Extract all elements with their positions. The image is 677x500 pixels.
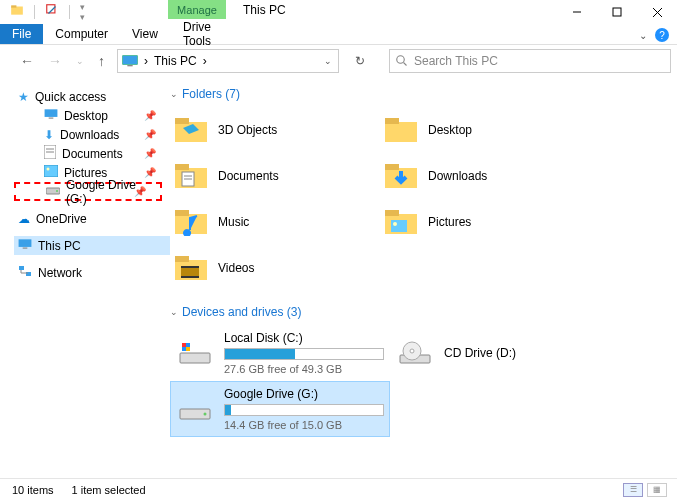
- refresh-button[interactable]: ↻: [349, 49, 371, 73]
- help-icon[interactable]: ?: [655, 28, 669, 42]
- qat-dropdown-icon[interactable]: ▾▾: [80, 2, 85, 22]
- sidebar-item-label: Documents: [62, 147, 123, 161]
- svg-point-9: [397, 56, 405, 64]
- drive-local-c[interactable]: Local Disk (C:) 27.6 GB free of 49.3 GB: [170, 325, 390, 381]
- drive-free-text: 27.6 GB free of 49.3 GB: [224, 363, 384, 375]
- folder-pictures[interactable]: Pictures: [380, 199, 590, 245]
- cd-icon: [398, 336, 432, 370]
- status-selected: 1 item selected: [72, 484, 146, 496]
- svg-rect-21: [23, 248, 28, 249]
- disk-icon: [178, 336, 212, 370]
- folder-label: Videos: [218, 261, 254, 275]
- downloads-icon: ⬇: [44, 128, 54, 142]
- properties-icon[interactable]: [45, 3, 59, 20]
- up-button[interactable]: ↑: [96, 53, 107, 69]
- folder-icon: [174, 251, 208, 285]
- tab-view[interactable]: View: [120, 24, 170, 44]
- sidebar-item-quickaccess[interactable]: ★ Quick access: [14, 87, 170, 106]
- chevron-down-icon: ⌄: [170, 307, 178, 317]
- svg-point-53: [410, 349, 414, 353]
- sidebar-item-label: OneDrive: [36, 212, 87, 226]
- pin-icon: 📌: [144, 148, 156, 159]
- pin-icon: 📌: [144, 167, 156, 178]
- address-bar[interactable]: › This PC › ⌄: [117, 49, 339, 73]
- sidebar-item-desktop[interactable]: Desktop 📌: [14, 106, 170, 125]
- folder-icon: [10, 3, 24, 20]
- section-title: Folders (7): [182, 87, 240, 101]
- window-title: This PC: [243, 3, 286, 17]
- drive-usage-bar: [224, 348, 384, 360]
- svg-rect-49: [182, 343, 186, 347]
- drives-section: ⌄ Devices and drives (3) Local Disk (C:)…: [170, 301, 667, 437]
- chevron-down-icon: ⌄: [170, 89, 178, 99]
- ribbon-collapse-icon[interactable]: ⌄: [639, 30, 647, 41]
- svg-rect-30: [175, 164, 189, 170]
- onedrive-icon: ☁: [18, 212, 30, 226]
- sidebar-item-label: This PC: [38, 239, 81, 253]
- breadcrumb-sep: ›: [144, 54, 148, 68]
- svg-rect-16: [44, 165, 58, 177]
- sidebar-item-documents[interactable]: Documents 📌: [14, 144, 170, 163]
- svg-rect-22: [19, 266, 24, 270]
- folder-label: Pictures: [428, 215, 471, 229]
- svg-rect-39: [385, 210, 399, 216]
- svg-rect-47: [180, 353, 210, 363]
- drive-name: Local Disk (C:): [224, 331, 384, 345]
- svg-point-55: [204, 413, 207, 416]
- folder-documents[interactable]: Documents: [170, 153, 380, 199]
- sidebar-item-onedrive[interactable]: ☁ OneDrive: [14, 209, 170, 228]
- navigation-pane: ★ Quick access Desktop 📌 ⬇ Downloads 📌 D…: [0, 77, 170, 478]
- svg-point-41: [393, 222, 397, 226]
- folder-desktop[interactable]: Desktop: [380, 107, 590, 153]
- tab-file[interactable]: File: [0, 24, 43, 44]
- sidebar-item-label: Network: [38, 266, 82, 280]
- sidebar-item-googledrive[interactable]: Google Drive (G:) 📌: [14, 182, 162, 201]
- drive-cd-d[interactable]: CD Drive (D:): [390, 325, 590, 381]
- breadcrumb-location[interactable]: This PC: [154, 54, 197, 68]
- folder-3dobjects[interactable]: 3D Objects: [170, 107, 380, 153]
- drive-name: CD Drive (D:): [444, 346, 586, 360]
- thispc-icon: [122, 55, 138, 67]
- folder-icon: [384, 113, 418, 147]
- svg-rect-43: [175, 256, 189, 262]
- folder-downloads[interactable]: Downloads: [380, 153, 590, 199]
- drive-google-g[interactable]: Google Drive (G:) 14.4 GB free of 15.0 G…: [170, 381, 390, 437]
- folders-section: ⌄ Folders (7) 3D Objects Desktop Documen…: [170, 83, 667, 291]
- network-icon: [18, 265, 32, 280]
- folder-label: 3D Objects: [218, 123, 277, 137]
- forward-button[interactable]: →: [46, 53, 64, 69]
- tab-computer[interactable]: Computer: [43, 24, 120, 44]
- folders-header[interactable]: ⌄ Folders (7): [170, 83, 667, 107]
- sidebar-item-network[interactable]: Network: [14, 263, 170, 282]
- drive-icon: [46, 185, 60, 199]
- svg-rect-11: [45, 109, 58, 117]
- status-bar: 10 items 1 item selected ☰ ▦: [0, 478, 677, 500]
- folder-videos[interactable]: Videos: [170, 245, 380, 291]
- folder-music[interactable]: Music: [170, 199, 380, 245]
- documents-icon: [44, 145, 56, 162]
- tab-drive-tools[interactable]: Drive Tools: [168, 17, 226, 51]
- maximize-button[interactable]: [597, 0, 637, 24]
- search-box[interactable]: Search This PC: [389, 49, 671, 73]
- view-large-button[interactable]: ▦: [647, 483, 667, 497]
- drives-header[interactable]: ⌄ Devices and drives (3): [170, 301, 667, 325]
- drive-usage-bar: [224, 404, 384, 416]
- svg-rect-20: [19, 239, 32, 247]
- sidebar-item-label: Quick access: [35, 90, 106, 104]
- close-button[interactable]: [637, 0, 677, 24]
- sidebar-item-downloads[interactable]: ⬇ Downloads 📌: [14, 125, 170, 144]
- title-bar: ▾▾ Manage This PC: [0, 0, 677, 23]
- qat-separator: [69, 5, 70, 19]
- sidebar-item-thispc[interactable]: This PC: [14, 236, 170, 255]
- navigation-bar: ← → ⌄ ↑ › This PC › ⌄ ↻ Search This PC: [0, 45, 677, 77]
- view-details-button[interactable]: ☰: [623, 483, 643, 497]
- drive-usage-fill: [225, 405, 231, 415]
- sidebar-item-label: Desktop: [64, 109, 108, 123]
- svg-line-10: [404, 63, 407, 66]
- folder-icon: [384, 159, 418, 193]
- back-button[interactable]: ←: [18, 53, 36, 69]
- minimize-button[interactable]: [557, 0, 597, 24]
- recent-dropdown-icon[interactable]: ⌄: [74, 56, 86, 66]
- address-dropdown-icon[interactable]: ⌄: [324, 56, 332, 66]
- status-item-count: 10 items: [12, 484, 54, 496]
